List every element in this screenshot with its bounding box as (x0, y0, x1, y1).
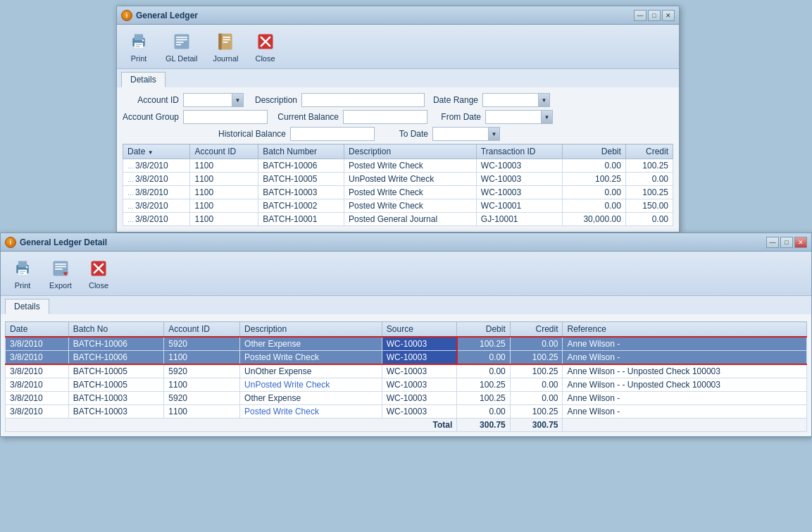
gl-close-button[interactable]: Close (249, 27, 282, 66)
gld-minimize-button[interactable]: — (766, 237, 779, 248)
export-button[interactable]: Export (44, 254, 77, 292)
svg-rect-21 (18, 270, 27, 275)
gld-cell-source: WC-10003 (382, 351, 457, 365)
from-date-arrow[interactable]: ▼ (542, 110, 553, 124)
date-range-input[interactable]: All Dates (482, 93, 539, 107)
gld-cell-source: WC-10003 (382, 405, 457, 419)
date-range-arrow[interactable]: ▼ (539, 93, 550, 107)
description-input[interactable]: Checking (301, 93, 425, 107)
gld-print-label: Print (15, 281, 31, 290)
account-group-input[interactable]: Cash Accounts (183, 110, 268, 124)
gld-table-row[interactable]: 3/8/2010 BATCH-10005 1100 UnPosted Write… (6, 378, 807, 392)
total-label: Total (6, 419, 457, 432)
historical-balance-input[interactable]: 29,749.75 (290, 127, 375, 141)
gl-table-row[interactable]: …3/8/2010 1100 BATCH-10005 UnPosted Writ… (123, 173, 673, 186)
gl-table-row[interactable]: …3/8/2010 1100 BATCH-10001 Posted Genera… (123, 213, 673, 226)
svg-rect-27 (55, 266, 66, 268)
gld-cell-credit: 0.00 (510, 378, 563, 392)
gld-table-row[interactable]: 3/8/2010 BATCH-10006 1100 Posted Write C… (6, 351, 807, 365)
gld-details-tab[interactable]: Details (5, 299, 49, 314)
gld-cell-debit: 100.25 (457, 378, 510, 392)
gl-cell-desc: Posted Write Check (344, 186, 477, 199)
gld-cell-desc: Posted Write Check (240, 351, 382, 365)
total-credit: 300.75 (510, 419, 563, 432)
gld-cell-source: WC-10003 (382, 364, 457, 378)
gld-cell-account: 1100 (164, 378, 240, 392)
gl-cell-date: …3/8/2010 (123, 173, 190, 186)
gld-cell-ref: Anne Wilson - (563, 405, 807, 419)
gld-col-desc[interactable]: Description (240, 322, 382, 338)
to-date-input[interactable]: 1/1/2100 (432, 127, 489, 141)
historical-balance-label: Historical Balance (218, 129, 286, 139)
svg-rect-3 (136, 44, 142, 45)
gld-toolbar: Print Export Clo (1, 252, 811, 296)
gld-col-reference[interactable]: Reference (563, 322, 807, 338)
gld-table-row[interactable]: 3/8/2010 BATCH-10003 1100 Posted Write C… (6, 405, 807, 419)
gld-cell-desc: Other Expense (240, 337, 382, 351)
gl-detail-button[interactable]: GL Detail (161, 27, 202, 66)
gld-cell-ref: Anne Wilson - (563, 392, 807, 405)
gld-col-source[interactable]: Source (382, 322, 457, 338)
col-description[interactable]: Description (344, 144, 477, 159)
col-batch-number[interactable]: Batch Number (258, 144, 344, 159)
print-icon (127, 30, 150, 53)
gl-table-row[interactable]: …3/8/2010 1100 BATCH-10002 Posted Write … (123, 199, 673, 213)
account-id-input[interactable]: 1100 (183, 93, 232, 107)
gld-print-button[interactable]: Print (6, 254, 39, 292)
gl-details-tab[interactable]: Details (121, 72, 165, 87)
to-date-arrow[interactable]: ▼ (489, 127, 500, 141)
gld-close-label: Close (89, 281, 108, 290)
col-debit[interactable]: Debit (563, 144, 626, 159)
gl-table: Date ▼ Account ID Batch Number Descripti… (123, 144, 673, 226)
gld-col-debit[interactable]: Debit (457, 322, 510, 338)
gld-col-date[interactable]: Date (6, 322, 69, 338)
col-credit[interactable]: Credit (625, 144, 673, 159)
from-date-input[interactable]: 1/1/1900 (485, 110, 542, 124)
gld-table-row[interactable]: 3/8/2010 BATCH-10003 5920 Other Expense … (6, 392, 807, 405)
gld-cell-debit: 0.00 (457, 364, 510, 378)
description-label: Description (248, 95, 297, 105)
gld-maximize-button[interactable]: □ (780, 237, 793, 248)
gl-form-row2: Account Group Cash Accounts Current Bala… (123, 110, 673, 124)
gld-col-batch[interactable]: Batch No (68, 322, 164, 338)
export-label: Export (49, 281, 72, 290)
gl-table-row[interactable]: …3/8/2010 1100 BATCH-10006 Posted Write … (123, 159, 673, 173)
gld-close-button[interactable]: ✕ (794, 237, 807, 248)
gld-cell-desc: Other Expense (240, 392, 382, 405)
gl-close-label: Close (255, 54, 275, 63)
gld-print-icon (11, 257, 34, 280)
gl-form-row3: Historical Balance 29,749.75 To Date 1/1… (123, 127, 673, 141)
gld-cell-credit: 100.25 (510, 405, 563, 419)
gl-window-icon: i (121, 10, 132, 21)
gl-cell-batch: BATCH-10005 (258, 173, 344, 186)
account-group-label: Account Group (123, 112, 179, 122)
general-ledger-window: i General Ledger — □ ✕ Print (116, 6, 680, 233)
col-account-id[interactable]: Account ID (190, 144, 258, 159)
gl-tabs: Details (117, 69, 679, 87)
account-id-arrow[interactable]: ▼ (232, 93, 244, 107)
current-balance-input[interactable]: 29,749.75 (343, 110, 427, 124)
gl-cell-credit: 100.25 (625, 159, 673, 173)
close-button[interactable]: ✕ (662, 10, 675, 21)
gl-cell-txn: WC-10001 (476, 199, 562, 213)
gld-cell-batch: BATCH-10005 (68, 378, 164, 392)
gld-col-account[interactable]: Account ID (164, 322, 240, 338)
gld-col-credit[interactable]: Credit (510, 322, 563, 338)
gld-cell-date: 3/8/2010 (6, 364, 69, 378)
svg-rect-1 (135, 35, 143, 41)
journal-button[interactable]: Journal (208, 27, 243, 66)
gld-cell-source: WC-10003 (382, 337, 457, 351)
gl-content: Account ID 1100 ▼ Description Checking D… (117, 87, 679, 232)
gld-table-row[interactable]: 3/8/2010 BATCH-10006 5920 Other Expense … (6, 337, 807, 351)
maximize-button[interactable]: □ (648, 10, 661, 21)
minimize-button[interactable]: — (634, 10, 647, 21)
print-button[interactable]: Print (123, 27, 155, 66)
gld-close-btn[interactable]: Close (82, 254, 115, 292)
gld-cell-source: WC-10003 (382, 392, 457, 405)
gld-cell-ref: Anne Wilson - (563, 337, 807, 351)
gl-table-row[interactable]: …3/8/2010 1100 BATCH-10003 Posted Write … (123, 186, 673, 199)
col-date[interactable]: Date ▼ (123, 144, 190, 159)
col-transaction-id[interactable]: Transaction ID (476, 144, 562, 159)
gld-table-row[interactable]: 3/8/2010 BATCH-10005 5920 UnOther Expens… (6, 364, 807, 378)
svg-rect-23 (20, 273, 24, 273)
